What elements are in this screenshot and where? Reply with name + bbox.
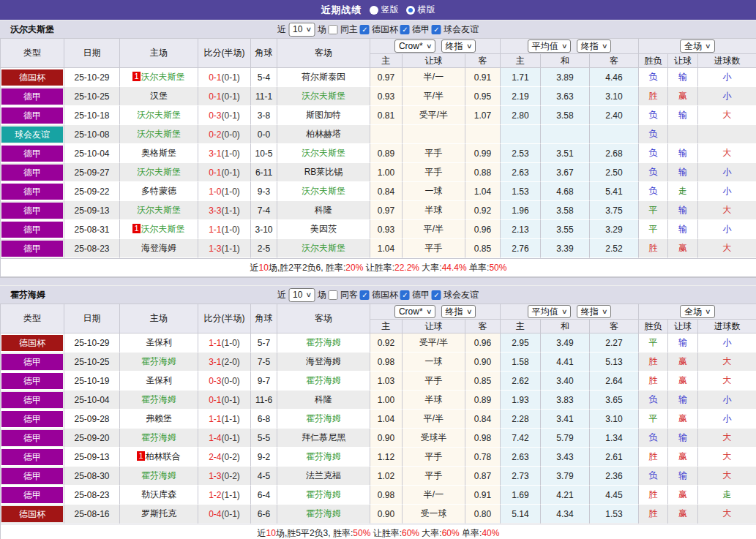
competition-type-cell: 德甲 [1, 391, 64, 410]
fulltime-score: 1-4 [209, 433, 221, 443]
handicap-odds-cell: 1.00 [370, 391, 403, 410]
handicap-odds-cell: 0.78 [465, 448, 501, 467]
corner-count: 6-11 [251, 163, 277, 182]
radio-icon[interactable] [370, 6, 378, 15]
radio-selected-icon[interactable] [406, 6, 415, 15]
home-team-cell: 多特蒙德 [120, 182, 198, 201]
match-count-select[interactable]: 10 ∨ [288, 23, 315, 37]
col-header-type: 类型 [1, 39, 64, 68]
average-odds-cell: 3.89 [541, 68, 590, 87]
away-team-cell: 海登海姆 [277, 353, 370, 372]
halftime-score: (1-0) [222, 225, 240, 235]
corner-count: 9-2 [251, 448, 277, 467]
layout-option-vertical[interactable]: 竖版 [370, 4, 399, 16]
handicap-odds-cell: 0.98 [370, 353, 403, 372]
handicap-odds-cell: 0.91 [465, 68, 501, 87]
score-cell: 2-4(0-2) [198, 448, 251, 467]
friendly-filter-checkbox[interactable]: ✓ [432, 25, 441, 34]
league-filter-checkbox[interactable]: ✓ [400, 290, 410, 300]
result-text: 小 [723, 186, 732, 196]
full-match-select[interactable]: 全场∨ [680, 39, 715, 53]
match-date: 25-10-08 [64, 125, 120, 144]
handicap-result: 输 [668, 163, 698, 182]
goals-result: 小 [698, 87, 756, 106]
odds-time-select-2[interactable]: 终指∨ [577, 39, 612, 53]
away-team-name: 斯图加特 [306, 110, 341, 120]
score-cell: 0-3(0-0) [198, 372, 251, 391]
average-odds-cell: 4.46 [590, 68, 639, 87]
average-odds-cell: 3.75 [590, 201, 639, 220]
fulltime-score: 0-3 [209, 376, 221, 386]
home-team-name: 罗斯托克 [141, 508, 176, 519]
average-odds-cell: 2.13 [501, 220, 541, 239]
away-team-cell: 霍芬海姆 [277, 333, 370, 353]
average-select[interactable]: 平均值∨ [528, 39, 572, 53]
home-team-name: 霍芬海姆 [141, 470, 176, 480]
away-team-name: 法兰克福 [306, 470, 341, 480]
summary-segment: 让胜率: [363, 263, 394, 273]
bookmaker-select[interactable]: Crow*∨ [394, 305, 435, 318]
match-row: 德甲25-10-25霍芬海姆3-1(2-0)7-5海登海姆0.98一球0.901… [1, 353, 756, 372]
result-text: 负 [649, 394, 658, 404]
result-text: 胜 [649, 489, 658, 500]
col-header-odds-away: 客 [465, 54, 501, 68]
cup-filter-checkbox[interactable]: ✓ [360, 25, 370, 34]
match-row: 德甲25-08-23海登海姆1-3(1-1)2-5沃尔夫斯堡1.04平手0.85… [1, 239, 756, 258]
goals-result: 大 [698, 106, 756, 125]
full-match-select[interactable]: 全场∨ [680, 305, 715, 318]
cup-filter-checkbox[interactable]: ✓ [360, 290, 370, 300]
home-team-name: 沃尔夫斯堡 [137, 110, 181, 120]
match-date: 25-10-04 [64, 391, 120, 410]
bookmaker-select[interactable]: Crow*∨ [394, 39, 435, 53]
score-cell: 0-1(0-1) [198, 163, 251, 182]
summary-row: 近10场,胜5平2负3, 胜率:50% 让胜率:60% 大率:60% 单率:40… [1, 524, 756, 539]
competition-type-cell: 德甲 [1, 182, 64, 201]
layout-option-horizontal[interactable]: 横版 [406, 4, 435, 16]
match-row: 德甲25-10-18沃尔夫斯堡0-3(0-1)3-8斯图加特0.81受平/半1.… [1, 106, 756, 125]
handicap-odds-cell: 半球 [403, 391, 465, 410]
handicap-odds-cell: 0.90 [370, 505, 403, 524]
fulltime-score: 1-2 [209, 490, 221, 500]
handicap-result: 赢 [668, 505, 698, 524]
same-venue-checkbox[interactable] [329, 290, 338, 300]
competition-type-cell: 德甲 [1, 87, 64, 106]
col-header-handicap-result: 让球 [668, 320, 698, 333]
corner-count: 7-4 [251, 201, 277, 220]
chevron-down-icon: ∨ [426, 308, 433, 315]
competition-badge: 德甲 [1, 468, 63, 484]
handicap-result: 输 [668, 201, 698, 220]
average-group-header: 平均值∨ 终指∨ [501, 39, 639, 54]
match-date: 25-09-28 [64, 410, 120, 429]
average-select[interactable]: 平均值∨ [528, 305, 572, 318]
halftime-score: (2-0) [222, 357, 240, 367]
goals-result: 小 [698, 391, 756, 410]
odds-time-select[interactable]: 终指∨ [441, 39, 476, 53]
home-team-cell: 霍芬海姆 [120, 353, 198, 372]
fulltime-score: 2-4 [209, 452, 221, 462]
match-date: 25-09-27 [64, 163, 120, 182]
average-odds-cell: 3.63 [541, 87, 590, 106]
col-header-avg-home: 主 [501, 54, 541, 68]
league-filter-checkbox[interactable]: ✓ [400, 25, 410, 34]
competition-type-cell: 德甲 [1, 429, 64, 448]
handicap-odds-cell: 受球半 [403, 429, 465, 448]
friendly-filter-checkbox[interactable]: ✓ [432, 290, 441, 300]
result-text: 输 [678, 224, 687, 234]
away-team-name: 霍芬海姆 [306, 375, 341, 385]
handicap-odds-cell [403, 125, 465, 144]
winlose-result: 负 [639, 144, 668, 163]
handicap-result: 赢 [668, 353, 698, 372]
handicap-odds-cell: 0.91 [465, 486, 501, 505]
col-header-avg-away: 客 [590, 320, 639, 333]
average-odds-cell: 1.53 [590, 505, 639, 524]
match-count-select[interactable]: 10 ∨ [288, 288, 315, 302]
same-venue-checkbox[interactable] [329, 25, 338, 34]
away-team-cell: 霍芬海姆 [277, 505, 370, 524]
handicap-odds-cell: 0.95 [465, 87, 501, 106]
result-text: 胜 [649, 451, 658, 461]
goals-result: 大 [698, 353, 756, 372]
goals-result: 小 [698, 333, 756, 353]
odds-time-select-2[interactable]: 终指∨ [577, 305, 612, 318]
result-text: 小 [723, 91, 732, 101]
odds-time-select[interactable]: 终指∨ [441, 305, 476, 318]
